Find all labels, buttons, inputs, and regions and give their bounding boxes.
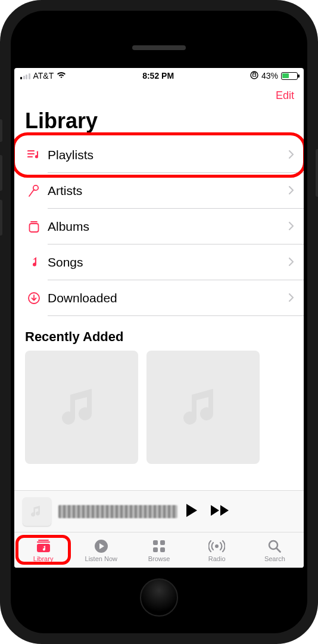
volume-down-button [0,200,2,236]
svg-rect-4 [37,544,50,552]
mini-player[interactable] [14,490,304,532]
row-label: Songs [48,255,288,270]
row-downloaded[interactable]: Downloaded [14,280,304,316]
status-bar: AT&T 8:52 PM 43% [14,68,304,83]
mic-icon [25,184,43,197]
row-label: Artists [48,184,288,198]
nav-bar: Edit [14,83,304,107]
row-songs[interactable]: Songs [14,244,304,280]
radio-icon [208,538,225,554]
tab-browse[interactable]: Browse [130,538,188,562]
svg-rect-6 [153,540,158,545]
phone-frame: AT&T 8:52 PM 43% Edit L [0,0,318,644]
tab-label: Library [33,555,54,562]
screen: AT&T 8:52 PM 43% Edit L [14,68,304,568]
next-track-button[interactable] [210,504,230,519]
chevron-right-icon [288,148,294,162]
music-placeholder-icon [176,380,230,434]
tab-search[interactable]: Search [246,538,304,562]
recently-added-title: Recently Added [14,316,304,351]
tab-label: Radio [208,555,226,562]
search-icon [267,538,282,554]
battery-percent: 43% [261,71,278,80]
tab-label: Search [264,555,285,562]
row-artists[interactable]: Artists [14,173,304,209]
album-card[interactable] [25,351,138,464]
svg-point-10 [215,544,219,548]
tab-library[interactable]: Library [14,538,72,562]
album-card[interactable] [146,351,260,464]
chevron-right-icon [288,292,294,305]
grid-icon [152,538,166,554]
tab-radio[interactable]: Radio [188,538,246,562]
music-placeholder-icon [29,503,45,520]
tab-label: Listen Now [85,555,117,562]
carrier-label: AT&T [33,71,54,80]
row-playlists[interactable]: Playlists [14,137,304,173]
home-button[interactable] [140,578,178,617]
album-icon [25,220,43,233]
note-icon [25,256,43,269]
mute-switch [0,119,2,142]
tab-bar: Library Listen Now Browse [14,532,304,568]
chevron-right-icon [288,220,294,234]
chevron-right-icon [288,184,294,198]
battery-icon [281,72,298,80]
now-playing-artwork[interactable] [23,497,51,526]
library-list: Playlists Artists [14,137,304,316]
clock: 8:52 PM [142,71,174,80]
recently-added-scroll[interactable] [14,351,304,464]
row-label: Albums [48,219,288,234]
wifi-icon [57,71,66,80]
svg-rect-2 [30,224,39,232]
volume-up-button [0,155,2,191]
orientation-lock-icon [250,71,258,81]
svg-rect-9 [160,547,165,552]
tab-listen-now[interactable]: Listen Now [72,538,130,562]
signal-strength-icon [20,72,30,79]
row-albums[interactable]: Albums [14,209,304,244]
now-playing-title-redacted [58,505,177,518]
row-label: Downloaded [48,291,288,305]
phone-bezel: AT&T 8:52 PM 43% Edit L [11,11,307,633]
speaker-grille [132,45,186,50]
download-icon [25,292,43,305]
row-label: Playlists [48,148,288,162]
play-circle-icon [93,538,109,554]
play-button[interactable] [185,503,199,521]
page-title: Library [14,107,304,137]
library-icon [36,538,51,554]
power-button [316,149,318,197]
chevron-right-icon [288,256,294,270]
svg-rect-7 [160,540,165,545]
music-placeholder-icon [55,380,108,434]
svg-rect-8 [153,547,158,552]
playlist-icon [25,149,43,161]
tab-label: Browse [148,555,170,562]
edit-button[interactable]: Edit [276,89,294,102]
